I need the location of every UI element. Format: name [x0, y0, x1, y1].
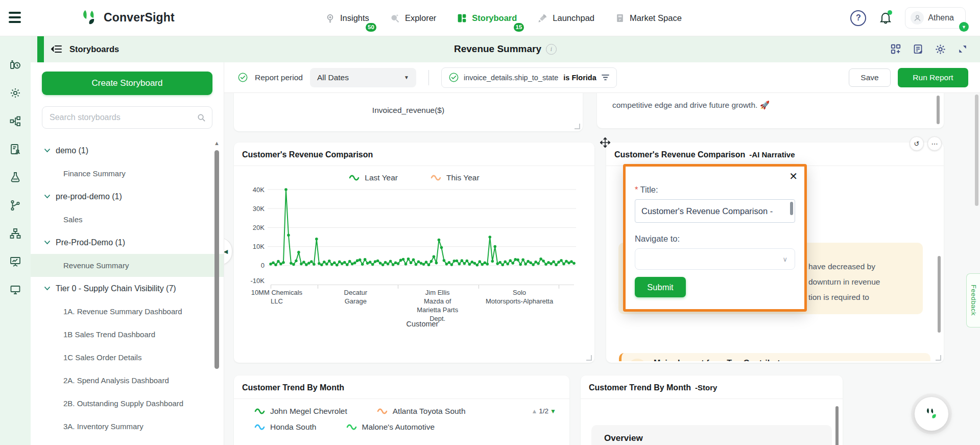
submit-button[interactable]: Submit: [635, 277, 686, 297]
nav-item-explorer[interactable]: Explorer: [390, 13, 436, 24]
add-widget-icon[interactable]: [890, 43, 901, 55]
panel-scroll-up-icon[interactable]: ▲: [214, 140, 220, 146]
nav-item-market-space[interactable]: Market Space: [615, 13, 682, 24]
tree-item-label: Sales: [63, 215, 83, 224]
tree-group-demo-1-[interactable]: demo (1): [31, 139, 224, 162]
storyboard-search[interactable]: [42, 106, 212, 129]
dashboard-content: ◀ Invoiced_revenue($) competitive edge a…: [224, 92, 980, 445]
chevron-down-icon[interactable]: [44, 286, 51, 291]
required-asterisk: *: [635, 185, 638, 194]
report-period-check-icon[interactable]: [238, 73, 248, 82]
rail-flask-icon[interactable]: [9, 171, 21, 183]
help-icon[interactable]: ?: [850, 10, 866, 26]
navigate-select[interactable]: ∨: [635, 248, 795, 270]
storyboards-panel: Create Storyboard demo (1)Finance Summar…: [31, 62, 224, 445]
fullscreen-icon[interactable]: [958, 44, 968, 54]
rail-report-icon[interactable]: [9, 59, 21, 71]
chevron-down-icon: ∨: [782, 255, 787, 263]
tree-item-1b-sales-trend-dashboard[interactable]: 1B Sales Trend Dashboard: [31, 323, 224, 346]
legend-item-honda-south[interactable]: Honda South: [254, 423, 317, 432]
rail-document-user-icon[interactable]: [9, 143, 21, 155]
resize-handle-icon[interactable]: [936, 355, 941, 361]
resize-handle-icon[interactable]: [575, 124, 580, 129]
more-options-icon[interactable]: ⋯: [927, 136, 942, 151]
notifications-bell-icon[interactable]: [879, 11, 892, 25]
tree-group-label: Tier 0 - Supply Chain Visibility (7): [56, 284, 176, 293]
narrative-fragment: have decreased by: [808, 262, 875, 271]
brand-logo[interactable]: ConverSight: [81, 8, 175, 27]
move-handle-icon[interactable]: [600, 137, 610, 148]
nav-item-storyboard[interactable]: Storyboard15: [457, 13, 517, 24]
tree-item-1c-sales-order-details[interactable]: 1C Sales Order Details: [31, 346, 224, 369]
notes-icon[interactable]: [913, 43, 923, 55]
tree-item-finance-summary[interactable]: Finance Summary: [31, 162, 224, 185]
insight-chart-icon: [628, 359, 647, 361]
trend-by-month-card: Customer Trend By Month John Megel Chevr…: [234, 376, 569, 445]
rail-sitemap-icon[interactable]: [9, 227, 21, 240]
nav-item-insights[interactable]: Insights50: [325, 13, 369, 24]
create-storyboard-button[interactable]: Create Storyboard: [42, 72, 212, 95]
assistant-fab[interactable]: [915, 397, 948, 431]
feedback-tab[interactable]: Feedback: [966, 273, 980, 327]
rail-settings-gear-icon[interactable]: [9, 87, 21, 99]
rail-flow-icon[interactable]: [9, 115, 21, 127]
legend-item-last-year[interactable]: Last Year: [349, 173, 398, 182]
chevron-down-icon[interactable]: [44, 194, 51, 199]
rail-monitor-icon[interactable]: [9, 284, 21, 296]
legend-item-atlanta-toyota-south[interactable]: Atlanta Toyota South: [377, 407, 466, 416]
revenue-comparison-chart[interactable]: 40K30K20K10K0-10K: [234, 183, 594, 285]
report-period-select[interactable]: All Dates ▼: [310, 68, 416, 87]
x-axis-label: DecaturGarage: [344, 289, 368, 306]
tree-group-pre-prod-demo-1-[interactable]: pre-prod-demo (1): [31, 185, 224, 208]
tree-item-1a-revenue-summary-dashboard[interactable]: 1A. Revenue Summary Dashboard: [31, 300, 224, 323]
window-scrollbar[interactable]: [975, 95, 978, 206]
resize-handle-icon[interactable]: [586, 355, 592, 361]
rail-presentation-icon[interactable]: [9, 255, 21, 268]
search-input[interactable]: [49, 112, 193, 123]
storyboard-grid-icon: [457, 13, 467, 24]
tree-item-2b-outstanding-supply-dashboard[interactable]: 2B. Outstanding Supply Dashboard: [31, 392, 224, 415]
pager-down-icon[interactable]: ▼: [550, 408, 556, 415]
card-scrollbar[interactable]: [937, 96, 940, 124]
report-period-value: All Dates: [317, 73, 349, 82]
legend-item-john-megel-chevrolet[interactable]: John Megel Chevrolet: [254, 407, 347, 416]
pager-up-icon[interactable]: ▲: [531, 408, 537, 415]
pager-value: 1/2: [539, 407, 548, 415]
filter-chip-ship-to-state[interactable]: invoice_details.ship_to_state is Florida: [441, 67, 617, 88]
nav-badge: 50: [365, 22, 377, 33]
legend-label: Honda South: [270, 423, 317, 432]
legend-item-malone-s-automotive[interactable]: Malone's Automotive: [346, 423, 435, 432]
refresh-icon[interactable]: ↺: [910, 136, 924, 151]
tree-item-sales[interactable]: Sales: [31, 208, 224, 231]
chevron-down-icon[interactable]: [44, 240, 51, 245]
card-scrollbar[interactable]: [938, 256, 941, 333]
tree-item-label: 1A. Revenue Summary Dashboard: [63, 307, 182, 316]
svg-text:30K: 30K: [253, 205, 265, 213]
card-scrollbar[interactable]: [835, 406, 839, 445]
legend-item-this-year[interactable]: This Year: [431, 173, 480, 182]
info-icon[interactable]: i: [546, 44, 557, 55]
run-report-button[interactable]: Run Report: [898, 68, 968, 87]
hamburger-menu-icon[interactable]: [9, 12, 21, 23]
title-input[interactable]: Customer's Revenue Comparison -: [635, 199, 795, 223]
rail-git-branch-icon[interactable]: [9, 199, 21, 212]
panel-scrollbar[interactable]: [214, 150, 219, 369]
explorer-magnifier-icon: [390, 13, 400, 24]
input-scrollbar[interactable]: [790, 202, 793, 215]
divider: [428, 70, 429, 85]
legend-label: Atlanta Toyota South: [393, 407, 466, 416]
tree-item-revenue-summary[interactable]: Revenue Summary: [31, 254, 224, 277]
nav-label: Explorer: [405, 13, 436, 23]
tree-group-pre-prod-demo-1-[interactable]: Pre-Prod-Demo (1): [31, 231, 224, 254]
tree-item-label: 2A. Spend Analysis Dashboard: [63, 376, 169, 385]
tree-item-2a-spend-analysis-dashboard[interactable]: 2A. Spend Analysis Dashboard: [31, 369, 224, 392]
series-squiggle-icon: [377, 408, 388, 415]
chevron-down-icon[interactable]: [44, 148, 51, 153]
tree-item-3a-inventory-summary[interactable]: 3A. Inventory Summary: [31, 415, 224, 438]
nav-item-launchpad[interactable]: Launchpad: [537, 13, 594, 24]
close-icon[interactable]: ✕: [789, 171, 798, 181]
user-menu[interactable]: Athena ▼: [905, 7, 966, 29]
tree-group-tier-0-supply-chain-visibility-7-[interactable]: Tier 0 - Supply Chain Visibility (7): [31, 277, 224, 300]
settings-gear-icon[interactable]: [935, 43, 946, 55]
save-button[interactable]: Save: [849, 68, 891, 87]
